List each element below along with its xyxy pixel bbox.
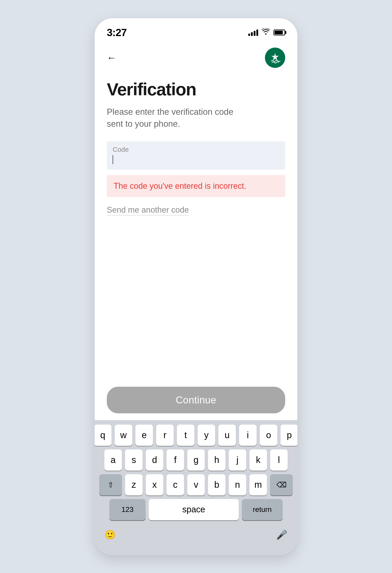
code-label: Code <box>113 146 279 153</box>
error-text: The code you've entered is incorrect. <box>114 181 246 191</box>
key-n[interactable]: n <box>229 474 246 495</box>
key-q[interactable]: q <box>95 425 112 446</box>
error-box: The code you've entered is incorrect. <box>107 175 285 197</box>
key-p[interactable]: p <box>280 425 297 446</box>
mic-key[interactable]: 🎤 <box>273 526 291 544</box>
key-z[interactable]: z <box>125 474 143 495</box>
key-h[interactable]: h <box>208 449 225 471</box>
key-f[interactable]: f <box>167 449 184 471</box>
main-content: Verification Please enter the verificati… <box>95 70 297 387</box>
keyboard-row-4: 123 space return <box>98 499 294 520</box>
numbers-key[interactable]: 123 <box>109 499 146 520</box>
key-t[interactable]: t <box>177 425 194 446</box>
starbucks-logo <box>265 48 285 68</box>
keyboard-row-1: q w e r t y u i o p <box>98 425 294 446</box>
key-r[interactable]: r <box>156 425 174 446</box>
signal-icon <box>248 29 258 36</box>
key-x[interactable]: x <box>146 474 163 495</box>
spacer-bottom <box>95 548 297 555</box>
key-k[interactable]: k <box>249 449 267 471</box>
status-bar: 3:27 <box>95 18 297 43</box>
back-button[interactable]: ← <box>104 50 119 65</box>
resend-link[interactable]: Send me another code <box>107 205 189 215</box>
key-l[interactable]: l <box>270 449 288 471</box>
code-input-field[interactable] <box>113 155 279 165</box>
phone-frame: 3:27 ← <box>95 18 297 555</box>
key-g[interactable]: g <box>187 449 205 471</box>
key-m[interactable]: m <box>249 474 267 495</box>
key-u[interactable]: u <box>218 425 236 446</box>
key-j[interactable]: j <box>229 449 246 471</box>
key-e[interactable]: e <box>136 425 153 446</box>
key-c[interactable]: c <box>167 474 184 495</box>
wifi-icon <box>262 28 270 36</box>
text-cursor <box>113 155 113 164</box>
page-subtitle: Please enter the verification code sent … <box>107 106 251 130</box>
shift-key[interactable]: ⇧ <box>99 474 122 495</box>
battery-icon <box>273 30 285 36</box>
keyboard-bottom: 🙂 🎤 <box>98 524 294 548</box>
app-header: ← <box>95 43 297 70</box>
continue-button[interactable]: Continue <box>107 387 285 413</box>
key-s[interactable]: s <box>125 449 143 471</box>
key-a[interactable]: a <box>104 449 122 471</box>
keyboard-row-3: ⇧ z x c v b n m ⌫ <box>98 474 294 495</box>
key-o[interactable]: o <box>260 425 277 446</box>
code-input-wrapper[interactable]: Code <box>107 141 285 170</box>
key-v[interactable]: v <box>187 474 205 495</box>
key-w[interactable]: w <box>115 425 132 446</box>
space-key[interactable]: space <box>149 499 239 520</box>
page-title: Verification <box>107 79 285 100</box>
keyboard: q w e r t y u i o p a s d f g h j k l ⇧ … <box>95 420 297 548</box>
status-icons <box>248 28 285 36</box>
key-i[interactable]: i <box>239 425 256 446</box>
status-time: 3:27 <box>107 26 127 38</box>
backspace-key[interactable]: ⌫ <box>270 474 293 495</box>
key-b[interactable]: b <box>208 474 225 495</box>
key-y[interactable]: y <box>198 425 215 446</box>
keyboard-row-2: a s d f g h j k l <box>98 449 294 471</box>
emoji-key[interactable]: 🙂 <box>101 526 119 544</box>
return-key[interactable]: return <box>242 499 283 520</box>
continue-btn-wrapper: Continue <box>95 387 297 420</box>
key-d[interactable]: d <box>146 449 163 471</box>
